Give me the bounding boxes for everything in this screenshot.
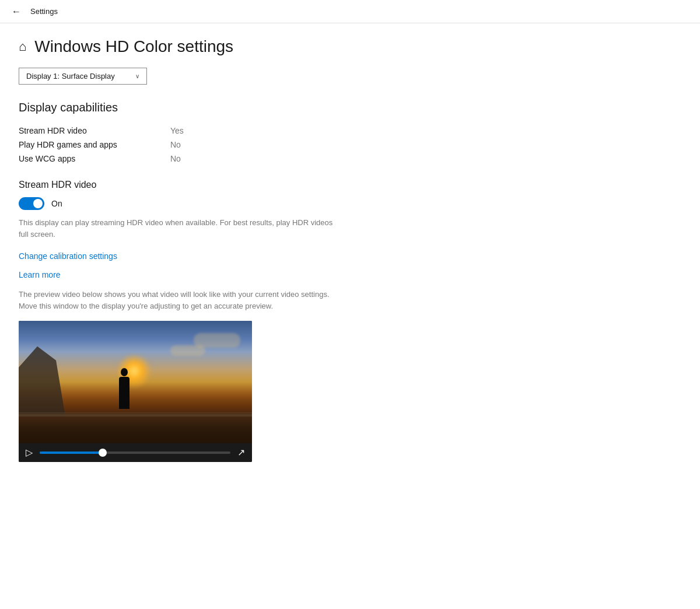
learn-more-link[interactable]: Learn more: [19, 270, 390, 279]
toggle-track: [19, 197, 44, 210]
display-select[interactable]: Display 1: Surface Display ∨: [19, 68, 147, 85]
chevron-down-icon: ∨: [135, 73, 139, 79]
cloud2: [170, 345, 205, 356]
video-scene: [19, 321, 252, 443]
display-select-wrapper: Display 1: Surface Display ∨: [19, 68, 390, 85]
structure-left: [19, 346, 65, 416]
stream-hdr-value: Yes: [170, 126, 184, 135]
capabilities-section-title: Display capabilities: [19, 101, 390, 114]
video-thumbnail: [19, 321, 252, 443]
main-content: ⌂ Windows HD Color settings Display 1: S…: [0, 23, 408, 476]
toggle-thumb: [33, 199, 43, 208]
use-wcg-label: Use WCG apps: [19, 154, 124, 163]
capabilities-table: Stream HDR video Yes Play HDR games and …: [19, 126, 390, 163]
stream-hdr-section-title: Stream HDR video: [19, 180, 390, 190]
stream-hdr-toggle-row: On: [19, 197, 390, 210]
video-player: ▷ ↗: [19, 321, 252, 462]
titlebar-title: Settings: [30, 7, 58, 16]
stream-hdr-label: Stream HDR video: [19, 126, 124, 135]
table-row: Use WCG apps No: [19, 154, 390, 163]
stream-hdr-description: This display can play streaming HDR vide…: [19, 217, 340, 240]
stream-hdr-toggle[interactable]: [19, 197, 44, 210]
person-silhouette: [119, 377, 130, 409]
stream-hdr-section: Stream HDR video On This display can pla…: [19, 180, 390, 240]
progress-fill: [40, 452, 103, 454]
preview-description: The preview video below shows you what v…: [19, 289, 340, 312]
use-wcg-value: No: [170, 154, 181, 163]
display-select-label: Display 1: Surface Display: [26, 72, 115, 80]
calibration-link[interactable]: Change calibration settings: [19, 251, 390, 261]
table-row: Play HDR games and apps No: [19, 140, 390, 149]
progress-bar[interactable]: [40, 452, 230, 454]
toggle-state-label: On: [51, 199, 62, 208]
fullscreen-button[interactable]: ↗: [237, 448, 245, 457]
progress-thumb[interactable]: [99, 449, 107, 457]
page-header: ⌂ Windows HD Color settings: [19, 37, 390, 56]
back-button[interactable]: ←: [9, 5, 23, 19]
page-title: Windows HD Color settings: [34, 37, 233, 56]
video-controls: ▷ ↗: [19, 443, 252, 462]
play-button[interactable]: ▷: [26, 448, 33, 457]
home-icon: ⌂: [19, 39, 26, 54]
table-row: Stream HDR video Yes: [19, 126, 390, 135]
titlebar: ← Settings: [0, 0, 700, 23]
water-reflection: [19, 413, 252, 444]
play-hdr-value: No: [170, 140, 181, 149]
play-hdr-label: Play HDR games and apps: [19, 140, 124, 149]
